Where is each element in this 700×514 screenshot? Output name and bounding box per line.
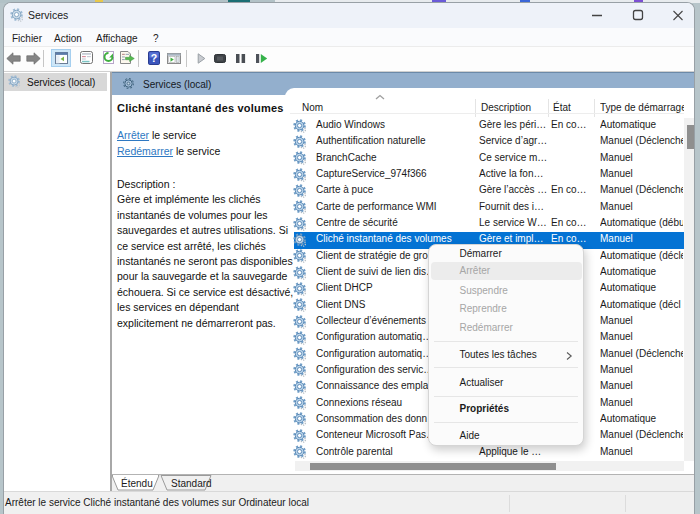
svg-text:?: ? — [151, 52, 157, 64]
